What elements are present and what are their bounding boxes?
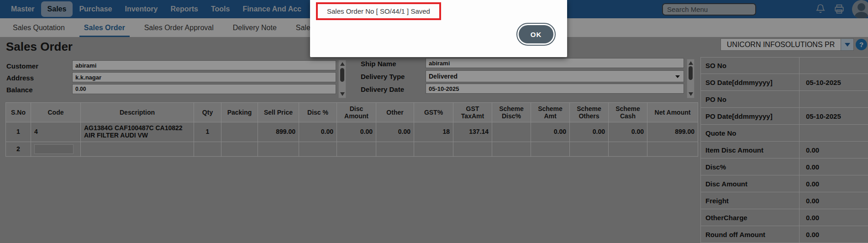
- saved-message-highlight: Sales Order No [ SO/44/1 ] Saved: [316, 2, 441, 20]
- ok-button[interactable]: OK: [516, 23, 556, 46]
- sales-order-app: Master Sales Purchase Inventory Reports …: [0, 0, 868, 243]
- ok-button-label: OK: [519, 25, 553, 43]
- save-confirmation-dialog: Sales Order No [ SO/44/1 ] Saved OK: [310, 0, 567, 57]
- saved-message: Sales Order No [ SO/44/1 ] Saved: [327, 7, 430, 15]
